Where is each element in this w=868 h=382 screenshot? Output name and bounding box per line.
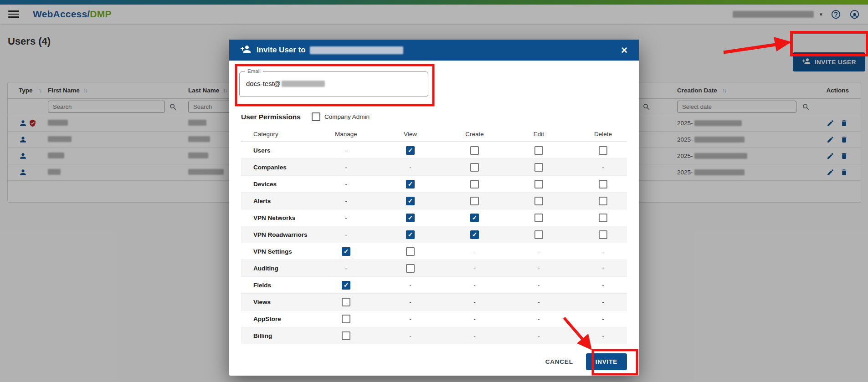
permission-not-applicable: - (409, 299, 411, 306)
permission-not-applicable: - (538, 299, 540, 306)
permission-view-checkbox[interactable]: ✓ (406, 230, 415, 239)
permission-not-applicable: - (538, 265, 540, 272)
permission-row: Companies--- (241, 159, 627, 176)
permission-not-applicable: - (602, 164, 604, 171)
permission-view-checkbox[interactable]: ✓ (406, 146, 415, 155)
modal-body: Email docs-test@ User Permissions Compan… (229, 61, 639, 347)
permission-edit-checkbox[interactable] (534, 230, 543, 239)
permission-create-checkbox[interactable]: ✓ (470, 230, 479, 239)
permission-delete-checkbox[interactable] (599, 146, 607, 155)
email-field-value: docs-test@ (246, 80, 421, 87)
permission-manage-checkbox[interactable]: ✓ (342, 281, 350, 290)
permission-row: VPN Roadwarriors-✓✓ (241, 226, 627, 243)
permission-category-label: Companies (253, 164, 314, 171)
permissions-rows: Users-✓Companies---Devices-✓Alerts-✓VPN … (241, 142, 627, 344)
permission-category-label: Views (253, 299, 314, 306)
permission-not-applicable: - (538, 316, 540, 322)
permission-edit-checkbox[interactable] (534, 163, 543, 172)
permission-delete-checkbox[interactable] (599, 180, 607, 188)
email-domain-redacted (282, 81, 325, 87)
permission-not-applicable: - (602, 282, 604, 289)
permission-not-applicable: - (345, 181, 347, 188)
modal-title: Invite User to (257, 46, 403, 55)
permission-create-checkbox[interactable] (470, 146, 479, 155)
permission-not-applicable: - (473, 332, 476, 339)
cancel-button[interactable]: CANCEL (545, 358, 573, 365)
permission-category-label: Auditing (253, 265, 314, 272)
permission-not-applicable: - (409, 282, 411, 289)
permission-view-checkbox[interactable] (406, 247, 415, 256)
permission-create-checkbox[interactable] (470, 180, 479, 188)
permission-row: Devices-✓ (241, 176, 627, 193)
permission-create-checkbox[interactable] (470, 197, 479, 205)
invite-user-modal: Invite User to ✕ Email docs-test@ User P… (229, 40, 639, 376)
perm-col-create: Create (465, 131, 484, 138)
permission-edit-checkbox[interactable] (534, 214, 543, 222)
permission-not-applicable: - (473, 299, 476, 306)
permission-category-label: VPN Networks (253, 214, 314, 221)
permission-delete-checkbox[interactable] (599, 230, 607, 239)
permission-manage-checkbox[interactable] (342, 298, 350, 306)
permission-edit-checkbox[interactable] (534, 146, 543, 155)
permission-not-applicable: - (409, 164, 411, 171)
company-admin-checkbox[interactable]: Company Admin (312, 112, 370, 121)
permission-not-applicable: - (409, 332, 411, 339)
close-icon[interactable]: ✕ (621, 45, 628, 56)
modal-footer: CANCEL INVITE (229, 347, 639, 376)
permission-not-applicable: - (602, 332, 604, 339)
permission-not-applicable: - (345, 147, 347, 154)
permission-category-label: VPN Settings (253, 248, 314, 255)
permission-not-applicable: - (345, 164, 347, 171)
permission-view-checkbox[interactable]: ✓ (406, 214, 415, 222)
permissions-header-row: Category Manage View Create Edit Delete (241, 127, 627, 142)
permission-create-checkbox[interactable] (470, 163, 479, 172)
permission-create-checkbox[interactable]: ✓ (470, 214, 479, 222)
permission-manage-checkbox[interactable]: ✓ (342, 247, 350, 256)
permission-edit-checkbox[interactable] (534, 197, 543, 205)
permission-category-label: Billing (253, 332, 314, 339)
permission-not-applicable: - (602, 248, 604, 255)
permission-manage-checkbox[interactable] (342, 331, 350, 340)
email-field[interactable]: Email docs-test@ (239, 71, 428, 97)
permission-not-applicable: - (409, 316, 411, 322)
permission-row: VPN Networks-✓✓ (241, 209, 627, 226)
invite-button[interactable]: INVITE (586, 353, 627, 370)
permission-not-applicable: - (345, 198, 347, 204)
permission-category-label: Fields (253, 282, 314, 289)
permission-view-checkbox[interactable] (406, 264, 415, 273)
permission-not-applicable: - (345, 214, 347, 221)
permission-not-applicable: - (345, 231, 347, 238)
permission-view-checkbox[interactable]: ✓ (406, 197, 415, 205)
permission-row: Auditing---- (241, 260, 627, 277)
perm-col-category: Category (253, 131, 314, 138)
company-name-redacted (310, 46, 403, 54)
permission-not-applicable: - (473, 282, 476, 289)
permission-view-checkbox[interactable]: ✓ (406, 180, 415, 188)
permission-row: Users-✓ (241, 142, 627, 159)
company-admin-label: Company Admin (324, 113, 370, 120)
permission-manage-checkbox[interactable] (342, 315, 350, 323)
permissions-heading: User Permissions (241, 113, 301, 121)
permission-delete-checkbox[interactable] (599, 197, 607, 205)
permission-not-applicable: - (473, 316, 476, 322)
permission-edit-checkbox[interactable] (534, 180, 543, 188)
permission-not-applicable: - (602, 265, 604, 272)
permission-row: Alerts-✓ (241, 193, 627, 209)
permission-not-applicable: - (602, 316, 604, 322)
permission-category-label: Devices (253, 181, 314, 188)
permission-row: VPN Settings✓--- (241, 243, 627, 260)
permission-category-label: Alerts (253, 198, 314, 204)
person-add-icon (240, 44, 251, 56)
permission-not-applicable: - (538, 332, 540, 339)
permission-row: AppStore---- (241, 311, 627, 327)
permission-not-applicable: - (473, 265, 476, 272)
permission-not-applicable: - (538, 248, 540, 255)
permission-delete-checkbox[interactable] (599, 214, 607, 222)
permission-row: Billing---- (241, 327, 627, 344)
permission-not-applicable: - (602, 299, 604, 306)
email-field-label: Email (245, 68, 263, 74)
permission-category-label: AppStore (253, 316, 314, 322)
permission-category-label: VPN Roadwarriors (253, 231, 314, 238)
permission-not-applicable: - (473, 248, 476, 255)
checkbox-icon[interactable] (312, 112, 320, 121)
